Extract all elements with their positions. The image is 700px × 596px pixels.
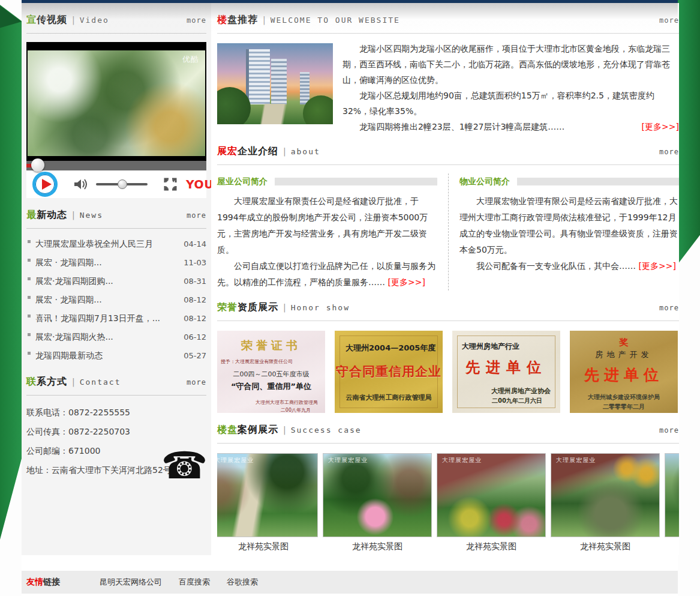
photo-watermark: 大理展宏屋业	[328, 456, 368, 465]
recommend-content: 龙瑞小区四期为龙瑞小区的收尾丽作，项目位于大理市北市区黄金地段，东临龙瑞三期，西…	[217, 41, 679, 134]
case-item[interactable]: 大理展宏屋业 龙祥苑实景图	[323, 453, 432, 555]
contact-title-en: Contact	[80, 378, 121, 387]
sidebar: 宣传视频 | Video more 优酷	[22, 3, 211, 555]
bullet-icon	[28, 277, 31, 280]
news-section-header: 最新动态 | News more	[26, 209, 206, 224]
video-more-link[interactable]: more	[187, 16, 206, 25]
realty-intro-paragraph-2: 公司自成立便以打造行业品牌为己任，以质量与服务为先。以精准的工作流程，严格的质量…	[217, 258, 437, 290]
bullet-icon	[28, 315, 31, 318]
news-item[interactable]: 大理展宏屋业恭祝全州人民三月04-14	[26, 235, 206, 253]
right-green-ribbon	[678, 0, 700, 264]
recommend-more-link[interactable]: more	[659, 16, 679, 25]
heading-bar	[517, 178, 679, 185]
divider: |	[72, 377, 75, 387]
divider	[26, 228, 206, 229]
left-green-ribbon	[0, 5, 22, 545]
contact-more-link[interactable]: more	[187, 378, 206, 387]
contact-fax: 公司传真：0872-2250703	[26, 422, 206, 441]
certificate-advanced-unit-gold[interactable]: 奖 房地产开发 先进单位 大理州城乡建设环境保护局 二零零零年二月	[570, 331, 678, 413]
case-caption: 龙祥苑实景图	[323, 537, 432, 555]
telephone-icon: ☎	[161, 447, 208, 484]
video-title: 宣传视频	[26, 14, 67, 26]
news-item[interactable]: 展宏 · 龙瑞四期...08-12	[26, 290, 206, 309]
fullscreen-icon[interactable]	[163, 177, 178, 191]
property-intro-paragraph-2: 我公司配备有一支专业化队伍，其中会…… [更多>>]	[459, 258, 679, 274]
case-item[interactable]: 大理展宏屋业 龙祥苑实景图	[551, 453, 660, 555]
divider	[217, 443, 679, 444]
news-title-en: News	[80, 211, 103, 220]
honor-more-link[interactable]: more	[659, 304, 679, 312]
photo-watermark: 大理展宏屋业	[442, 456, 482, 465]
about-title-en: about	[291, 147, 320, 156]
realty-more-red-link[interactable]: [更多>>]	[387, 277, 425, 287]
main-content: 楼盘推荐 | WELCOME TO OUR WEBSITE more 龙瑞小区四…	[211, 3, 679, 555]
divider: |	[283, 425, 286, 435]
cases-title-en: Success case	[291, 426, 362, 435]
video-thumbnail[interactable]: 优酷	[28, 50, 205, 156]
bullet-icon	[28, 296, 31, 299]
divider: |	[283, 146, 286, 156]
news-more-link[interactable]: more	[187, 211, 206, 220]
property-more-red-link[interactable]: [更多>>]	[638, 261, 675, 271]
case-photo[interactable]: 大理展宏屋业	[323, 453, 432, 537]
news-item[interactable]: 龙瑞四期最新动态05-27	[26, 346, 206, 365]
case-caption: 龙祥苑实景图	[437, 537, 546, 555]
building-render-image[interactable]	[217, 43, 333, 124]
recommend-title-en: WELCOME TO OUR WEBSITE	[271, 16, 400, 25]
honor-title-en: Honor show	[291, 303, 350, 312]
property-intro-paragraph-1: 大理展宏物业管理有限公司是经云南省建设厅批准，大理州大理市工商行政管理局依法核准…	[459, 193, 679, 258]
case-photo[interactable]: 大理展宏屋业	[551, 453, 660, 537]
contact-phone: 联系电话：0872-2255555	[26, 403, 206, 422]
play-button[interactable]	[32, 172, 58, 197]
video-progress-bar[interactable]	[26, 161, 206, 170]
bullet-icon	[28, 240, 31, 243]
certificate-contract-credit[interactable]: 大理州2004—2005年度 守合同重信用企业 云南省大理州工商行政管理局	[335, 331, 443, 413]
friend-links-bar: 友情链接 昆明天宏网络公司 百度搜索 谷歌搜索	[22, 571, 678, 594]
recommend-more-red-link[interactable]: [更多>>]	[642, 119, 679, 134]
certificate-honor-paper[interactable]: 荣誉证书 授予：大理展宏屋业有限责任公司 二00四～二00五年度市级 “守合同、…	[217, 331, 325, 413]
news-item[interactable]: 展宏 · 龙瑞四期...11-03	[26, 253, 206, 272]
friend-links-title: 友情链接	[26, 577, 60, 588]
friend-link[interactable]: 谷歌搜索	[227, 577, 258, 588]
about-more-link[interactable]: more	[659, 148, 679, 156]
friend-link[interactable]: 百度搜索	[179, 577, 210, 588]
recommend-paragraph-3: 龙瑞四期将推出2幢23层、1幢27层计3幢高层建筑……	[343, 119, 564, 134]
case-photo[interactable]: 大理展宏屋业	[217, 453, 318, 537]
cases-title: 楼盘案例展示	[217, 424, 278, 436]
about-title: 展宏企业介绍	[217, 145, 278, 158]
about-columns: 屋业公司简介 大理展宏屋业有限责任公司是经省建设厅批准，于1994年成立的股份制…	[217, 173, 679, 290]
volume-icon[interactable]	[73, 178, 89, 191]
news-item[interactable]: 展宏·龙瑞四期火热...06-12	[26, 328, 206, 346]
case-photo[interactable]: 大理展宏屋业	[437, 453, 546, 537]
case-item[interactable]: 大理展宏屋业 龙祥苑实景图	[217, 453, 318, 555]
volume-slider-knob[interactable]	[118, 179, 127, 189]
contact-section-header: 联系方式 | Contact more	[26, 376, 206, 391]
video-controls: YOUKU	[26, 170, 206, 198]
recommend-title: 楼盘推荐	[217, 14, 258, 26]
case-item[interactable]: 大理展宏屋业 龙祥苑实景图	[437, 453, 546, 555]
tower-shape	[300, 72, 310, 104]
certificate-advanced-unit-white[interactable]: 大理州房地产行业 先进单位 大理州房地产业协会 二00九年二月六日	[452, 331, 560, 413]
case-photos-row: 大理展宏屋业 龙祥苑实景图 大理展宏屋业 龙祥苑实景图 大理展宏屋业 龙祥苑实景…	[217, 453, 679, 555]
case-photo[interactable]	[665, 453, 679, 537]
video-frame: 优酷	[26, 42, 206, 170]
video-title-en: Video	[80, 16, 109, 25]
news-item[interactable]: 展宏·龙瑞四期团购...08-31	[26, 272, 206, 290]
video-player[interactable]: 优酷	[26, 42, 206, 198]
certificates-row: 荣誉证书 授予：大理展宏屋业有限责任公司 二00四～二00五年度市级 “守合同、…	[217, 331, 679, 413]
photo-watermark: 大理展宏屋业	[217, 456, 254, 465]
news-item[interactable]: 喜讯！龙瑞四期7月13日开盘，...08-12	[26, 309, 206, 328]
case-item[interactable]: 龙祥苑实景图	[665, 453, 679, 555]
tower-shape	[271, 59, 287, 104]
volume-slider[interactable]	[96, 183, 148, 185]
progress-knob[interactable]	[31, 158, 44, 172]
divider	[217, 164, 679, 165]
contact-title: 联系方式	[26, 376, 67, 388]
divider: |	[263, 15, 266, 25]
news-title: 最新动态	[26, 209, 67, 221]
heading-bar	[275, 178, 437, 185]
cases-more-link[interactable]: more	[659, 426, 679, 435]
bullet-icon	[28, 333, 31, 336]
divider	[26, 395, 206, 396]
friend-link[interactable]: 昆明天宏网络公司	[100, 577, 162, 588]
